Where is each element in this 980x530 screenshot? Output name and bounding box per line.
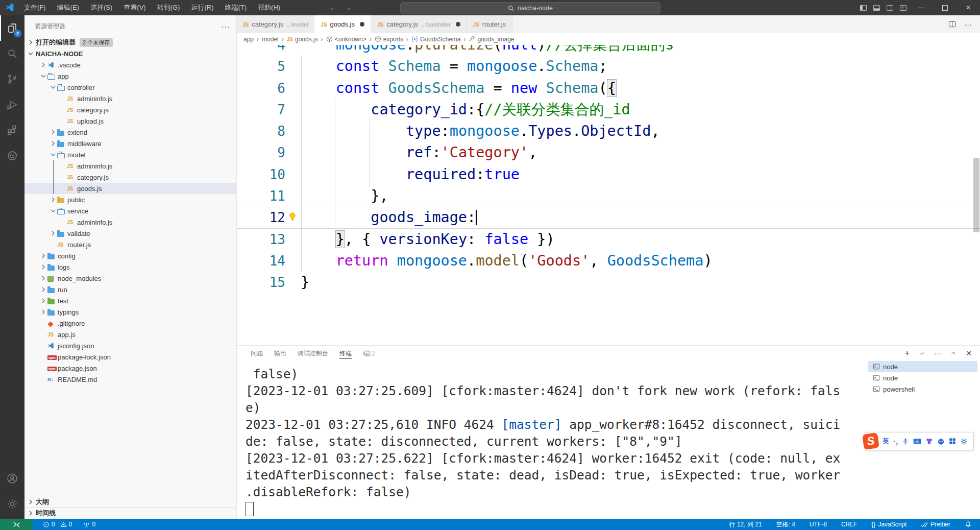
tree-item-service[interactable]: service xyxy=(24,205,236,216)
code-line-6[interactable]: 6 const GoodsSchema = new Schema({ xyxy=(236,78,980,99)
terminal-instance-node[interactable]: node xyxy=(868,361,977,372)
breadcrumb-item-goods_image[interactable]: goods_image xyxy=(469,36,514,43)
terminal-output[interactable]: false)[2023-12-01 03:27:25.609] [cfork:m… xyxy=(246,366,857,519)
encoding-setting[interactable]: UTF-8 xyxy=(808,521,828,528)
tree-item-controller[interactable]: controller xyxy=(24,82,236,93)
tab-category.js[interactable]: JScategory.js...\controller xyxy=(371,15,467,33)
breadcrumb-item-exports[interactable]: exports xyxy=(375,36,403,43)
code-line-4[interactable]: 4 mongoose.pluralize(null)//去掉集合后面的s xyxy=(236,45,980,56)
line-number[interactable]: 13 xyxy=(236,229,285,250)
dirty-dot-icon[interactable] xyxy=(456,22,460,27)
code-line-7[interactable]: 7 category_id:{//关联分类集合的_id xyxy=(236,99,980,121)
tree-item-jsconfig.json[interactable]: jsconfig.json xyxy=(24,340,236,351)
language-mode[interactable]: {} JavaScript xyxy=(870,521,908,528)
more-actions-icon[interactable]: ··· xyxy=(934,349,941,357)
eol-setting[interactable]: CRLF xyxy=(840,521,858,528)
panel-tab-输出[interactable]: 输出 xyxy=(269,346,291,361)
code-line-14[interactable]: 14 return mongoose.model('Goods', GoodsS… xyxy=(236,250,980,272)
nav-forward-icon[interactable]: → xyxy=(341,0,354,15)
notifications-bell-icon[interactable] xyxy=(964,521,973,528)
code-line-9[interactable]: 9 ref:'Category', xyxy=(236,142,980,163)
launch-profile-chevron-icon[interactable] xyxy=(919,350,925,356)
toggle-secondary-sidebar-icon[interactable] xyxy=(883,0,896,15)
tree-item-typings[interactable]: typings xyxy=(24,306,236,318)
maximize-panel-icon[interactable] xyxy=(950,350,957,356)
explorer-icon[interactable]: 2 xyxy=(0,15,24,41)
code-line-12[interactable]: 12 goods_image: xyxy=(236,207,980,228)
tree-item-category.js[interactable]: JScategory.js xyxy=(24,104,236,115)
line-number[interactable]: 11 xyxy=(236,185,285,207)
terminal-instance-powershell[interactable]: powershell xyxy=(868,383,977,395)
dirty-dot-icon[interactable] xyxy=(360,22,364,27)
line-number[interactable]: 6 xyxy=(236,78,285,99)
new-terminal-icon[interactable]: + xyxy=(904,348,910,358)
tree-item-app[interactable]: app xyxy=(24,70,236,82)
skin-icon[interactable] xyxy=(925,438,933,445)
indentation-setting[interactable]: 空格: 4 xyxy=(775,520,796,529)
tree-item-.gitignore[interactable]: .gitignore xyxy=(24,318,236,329)
source-control-icon[interactable] xyxy=(0,66,24,92)
problems-indicator[interactable]: 0 0 xyxy=(42,521,73,528)
minimize-button[interactable]: — xyxy=(910,0,933,15)
line-number[interactable]: 7 xyxy=(236,99,285,121)
keyboard-icon[interactable] xyxy=(913,438,921,445)
open-editors-section[interactable]: 打开的编辑器 2 个未保存 xyxy=(24,37,236,48)
panel-tab-端口[interactable]: 端口 xyxy=(358,346,380,361)
tree-item-admininfo.js[interactable]: JSadmininfo.js xyxy=(24,216,236,228)
line-number[interactable]: 5 xyxy=(236,56,285,77)
tree-item-extend[interactable]: extend xyxy=(24,127,236,138)
formatter-indicator[interactable]: Prettier xyxy=(920,521,951,528)
tree-item-upload.js[interactable]: JSupload.js xyxy=(24,115,236,127)
code-line-15[interactable]: 15} xyxy=(236,272,980,293)
close-panel-icon[interactable]: ✕ xyxy=(966,349,972,357)
menu-item[interactable]: 查看(V) xyxy=(118,0,151,15)
code-editor[interactable]: 4 mongoose.pluralize(null)//去掉集合后面的s5 co… xyxy=(236,45,980,346)
microphone-icon[interactable] xyxy=(902,438,909,445)
run-debug-icon[interactable] xyxy=(0,92,24,117)
code-line-13[interactable]: 13 }, { versionKey: false }) xyxy=(236,229,980,250)
search-icon[interactable] xyxy=(0,41,24,66)
cursor-position[interactable]: 行 12, 列 21 xyxy=(728,520,763,529)
split-editor-icon[interactable] xyxy=(948,20,956,28)
timeline-section[interactable]: 时间线 xyxy=(24,507,236,519)
toggle-panel-icon[interactable] xyxy=(870,0,883,15)
lightbulb-icon[interactable] xyxy=(287,212,299,223)
tab-category.js[interactable]: JScategory.js...\model xyxy=(236,15,314,33)
code-line-8[interactable]: 8 type:mongoose.Types.ObjectId, xyxy=(236,121,980,142)
tree-item-test[interactable]: test xyxy=(24,295,236,306)
editor-scrollbar[interactable] xyxy=(973,45,980,346)
panel-tab-终端[interactable]: 终端 xyxy=(334,346,357,361)
tree-item-.vscode[interactable]: .vscode xyxy=(24,59,236,70)
tree-item-middleware[interactable]: middleware xyxy=(24,138,236,149)
menu-item[interactable]: 选择(S) xyxy=(85,0,118,15)
spiral-extension-icon[interactable] xyxy=(0,143,24,168)
extensions-icon[interactable] xyxy=(0,117,24,143)
settings-gear-icon[interactable] xyxy=(0,491,24,517)
terminal-instance-node[interactable]: node xyxy=(868,372,977,383)
code-line-11[interactable]: 11 }, xyxy=(236,185,980,207)
tab-goods.js[interactable]: JSgoods.js xyxy=(314,15,371,33)
panel-tab-调试控制台[interactable]: 调试控制台 xyxy=(292,346,333,361)
ime-punctuation-icon[interactable]: ·, xyxy=(893,437,898,446)
line-number[interactable]: 4 xyxy=(236,45,285,56)
code-line-5[interactable]: 5 const Schema = mongoose.Schema; xyxy=(236,56,980,77)
menu-item[interactable]: 转到(G) xyxy=(152,0,186,15)
workspace-root[interactable]: NAICHA-NODE xyxy=(24,48,236,59)
close-button[interactable]: ✕ xyxy=(957,0,980,15)
tree-item-admininfo.js[interactable]: JSadmininfo.js xyxy=(24,160,236,172)
breadcrumb-item-goods.js[interactable]: JSgoods.js xyxy=(287,36,318,43)
breadcrumb-item-GoodsSchema[interactable]: GoodsSchema xyxy=(411,36,460,43)
maximize-button[interactable] xyxy=(933,0,957,15)
menu-item[interactable]: 文件(F) xyxy=(18,0,52,15)
line-number[interactable]: 14 xyxy=(236,250,285,272)
panel-tab-问题[interactable]: 问题 xyxy=(246,346,268,361)
line-number[interactable]: 9 xyxy=(236,142,285,163)
tree-item-category.js[interactable]: JScategory.js xyxy=(24,172,236,183)
outline-section[interactable]: 大纲 xyxy=(24,496,236,508)
account-icon[interactable] xyxy=(0,466,24,491)
line-number[interactable]: 10 xyxy=(236,164,285,185)
tree-item-logs[interactable]: logs xyxy=(24,261,236,273)
breadcrumb-item-app[interactable]: app xyxy=(243,36,254,43)
tree-item-router.js[interactable]: JSrouter.js xyxy=(24,239,236,250)
tree-item-model[interactable]: model xyxy=(24,149,236,160)
